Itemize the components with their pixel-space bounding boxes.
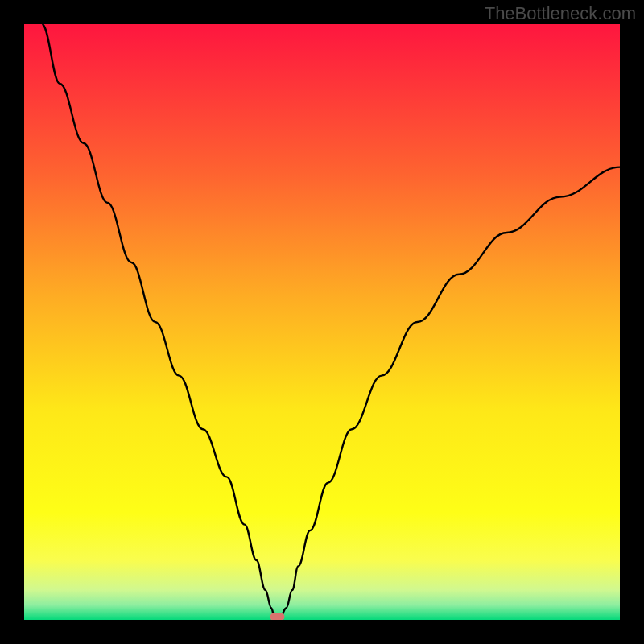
- chart-frame: [24, 24, 620, 620]
- bottleneck-chart: [24, 24, 620, 620]
- optimal-marker: [270, 613, 285, 620]
- watermark-text: TheBottleneck.com: [485, 3, 636, 24]
- gradient-background: [24, 24, 620, 620]
